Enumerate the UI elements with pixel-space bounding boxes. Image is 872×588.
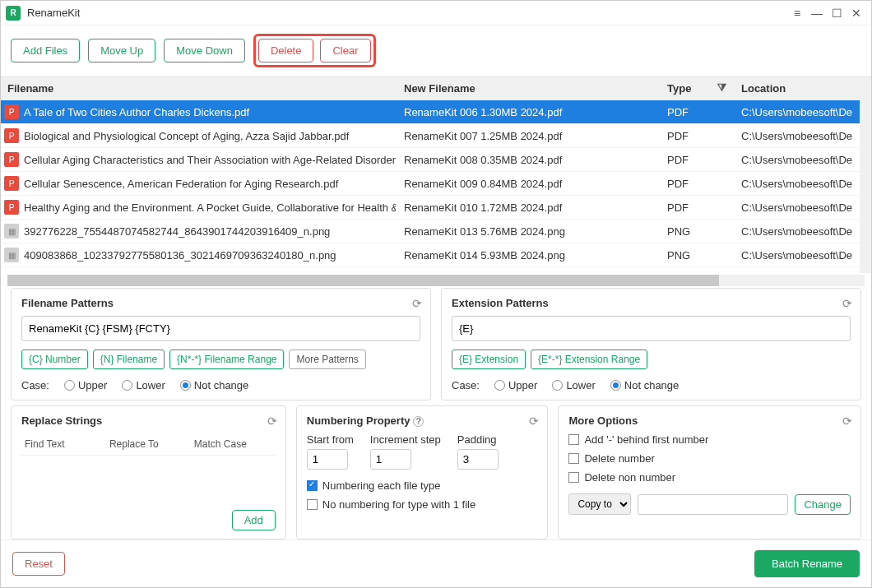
ext-case-lower-radio[interactable]: Lower	[552, 379, 595, 391]
filename-patterns-title: Filename Patterns	[21, 297, 420, 309]
delete-clear-highlight: Delete Clear	[253, 34, 376, 67]
move-up-button[interactable]: Move Up	[88, 39, 155, 63]
numbering-title: Numbering Property?	[307, 414, 538, 427]
copy-to-select[interactable]: Copy to	[568, 493, 631, 515]
location-cell: C:\Users\mobeesoft\De	[733, 154, 860, 166]
more-patterns-button[interactable]: More Patterns	[289, 350, 365, 369]
delete-button[interactable]: Delete	[258, 39, 314, 63]
type-cell: PNG	[659, 249, 733, 262]
token-c-number[interactable]: {C} Number	[21, 350, 88, 369]
filename-pattern-input[interactable]	[21, 316, 420, 341]
close-icon[interactable]: ✕	[846, 7, 866, 20]
header-location[interactable]: Location	[733, 82, 860, 95]
new-filename-cell: RenameKit 009 0.84MB 2024.pdf	[396, 178, 659, 190]
case-upper-radio[interactable]: Upper	[64, 379, 107, 391]
copy-to-path-input[interactable]	[638, 494, 788, 515]
horizontal-scrollbar[interactable]	[7, 275, 865, 286]
filename-patterns-panel: ⟳ Filename Patterns {C} Number {N} Filen…	[11, 288, 431, 400]
table-row[interactable]: ▦409083868_10233792775580136_30214697093…	[1, 243, 860, 267]
token-e-extension[interactable]: {E} Extension	[452, 350, 526, 369]
header-new-filename[interactable]: New Filename	[396, 82, 659, 95]
refresh-icon[interactable]: ⟳	[412, 297, 422, 310]
filename-cell: Biological and Physiological Concept of …	[24, 130, 349, 142]
type-cell: PDF	[659, 106, 733, 118]
add-replace-button[interactable]: Add	[232, 510, 276, 530]
menu-icon[interactable]: ≡	[787, 7, 807, 20]
type-cell: PDF	[659, 201, 733, 214]
location-cell: C:\Users\mobeesoft\De	[733, 201, 860, 214]
header-type[interactable]: Type ⧩	[659, 81, 733, 95]
find-text-header: Find Text	[21, 438, 106, 450]
padding-input[interactable]	[457, 449, 499, 470]
new-filename-cell: RenameKit 013 5.76MB 2024.png	[396, 225, 659, 238]
location-cell: C:\Users\mobeesoft\De	[733, 130, 860, 142]
table-row[interactable]: PCellular Senescence, American Federatio…	[1, 172, 860, 196]
table-row[interactable]: PHealthy Aging and the Environment. A Po…	[1, 196, 860, 220]
app-title: RenameKit	[27, 7, 787, 19]
change-button[interactable]: Change	[795, 494, 851, 515]
padding-label: Padding	[457, 433, 499, 446]
reset-button[interactable]: Reset	[12, 552, 65, 576]
case-lower-radio[interactable]: Lower	[122, 379, 165, 391]
clear-button[interactable]: Clear	[320, 39, 370, 63]
ext-case-upper-radio[interactable]: Upper	[494, 379, 537, 391]
refresh-icon[interactable]: ⟳	[842, 297, 852, 310]
move-down-button[interactable]: Move Down	[164, 39, 245, 63]
table-row[interactable]: ▦392776228_7554487074582744_864390174420…	[1, 220, 860, 243]
numbering-each-type-checkbox[interactable]	[307, 480, 318, 491]
case-label: Case:	[21, 379, 49, 391]
minimize-icon[interactable]: —	[807, 7, 827, 20]
vertical-scrollbar[interactable]	[860, 76, 871, 273]
header-filename[interactable]: Filename	[1, 82, 396, 95]
footer: Reset Batch Rename	[1, 539, 871, 587]
refresh-icon[interactable]: ⟳	[842, 414, 852, 428]
add-files-button[interactable]: Add Files	[11, 39, 80, 63]
token-extension-range[interactable]: {E*-*} Extension Range	[531, 350, 647, 369]
type-cell: PDF	[659, 178, 733, 190]
filter-icon[interactable]: ⧩	[717, 81, 726, 95]
pdf-file-icon: P	[4, 176, 19, 191]
new-filename-cell: RenameKit 006 1.30MB 2024.pdf	[396, 106, 659, 118]
filename-cell: 392776228_7554487074582744_8643901744203…	[24, 225, 330, 238]
location-cell: C:\Users\mobeesoft\De	[733, 249, 860, 262]
match-case-header: Match Case	[191, 438, 276, 450]
filename-cell: 409083868_10233792775580136_302146970936…	[24, 249, 336, 262]
extension-pattern-input[interactable]	[452, 316, 851, 341]
type-cell: PDF	[659, 130, 733, 142]
refresh-icon[interactable]: ⟳	[529, 414, 539, 428]
location-cell: C:\Users\mobeesoft\De	[733, 106, 860, 118]
maximize-icon[interactable]: ☐	[827, 7, 846, 20]
table-row[interactable]: PBiological and Physiological Concept of…	[1, 124, 860, 148]
more-options-title: More Options	[568, 414, 851, 427]
titlebar: R RenameKit ≡ — ☐ ✕	[1, 1, 871, 25]
filename-cell: Cellular Senescence, American Federation…	[24, 178, 338, 190]
png-file-icon: ▦	[4, 248, 19, 262]
delete-number-checkbox[interactable]	[568, 453, 579, 464]
batch-rename-button[interactable]: Batch Rename	[754, 550, 860, 577]
table-row[interactable]: PA Tale of Two Cities Author Charles Dic…	[1, 100, 860, 124]
ext-case-notchange-radio[interactable]: Not change	[610, 379, 680, 391]
location-cell: C:\Users\mobeesoft\De	[733, 178, 860, 190]
replace-to-header: Replace To	[106, 438, 191, 450]
type-cell: PDF	[659, 154, 733, 166]
start-from-input[interactable]	[307, 449, 348, 470]
delete-non-number-checkbox[interactable]	[568, 472, 579, 483]
case-notchange-radio[interactable]: Not change	[180, 379, 249, 391]
png-file-icon: ▦	[4, 224, 19, 238]
extension-patterns-panel: ⟳ Extension Patterns {E} Extension {E*-*…	[441, 288, 861, 400]
replace-strings-panel: ⟳ Replace Strings Find Text Replace To M…	[11, 405, 286, 539]
type-cell: PNG	[659, 225, 733, 238]
new-filename-cell: RenameKit 008 0.35MB 2024.pdf	[396, 154, 659, 166]
token-n-filename[interactable]: {N} Filename	[93, 350, 165, 369]
table-row[interactable]: PCellular Aging Characteristics and Thei…	[1, 148, 860, 172]
filename-cell: Cellular Aging Characteristics and Their…	[24, 154, 396, 166]
token-filename-range[interactable]: {N*-*} Filename Range	[169, 350, 284, 369]
new-filename-cell: RenameKit 014 5.93MB 2024.png	[396, 249, 659, 262]
increment-input[interactable]	[370, 449, 411, 470]
file-grid: Filename New Filename Type ⧩ Location PA…	[1, 76, 871, 288]
help-icon[interactable]: ?	[413, 416, 424, 427]
add-dash-checkbox[interactable]	[568, 434, 579, 445]
refresh-icon[interactable]: ⟳	[267, 414, 277, 428]
no-numbering-single-checkbox[interactable]	[307, 499, 318, 510]
pdf-file-icon: P	[4, 104, 19, 119]
